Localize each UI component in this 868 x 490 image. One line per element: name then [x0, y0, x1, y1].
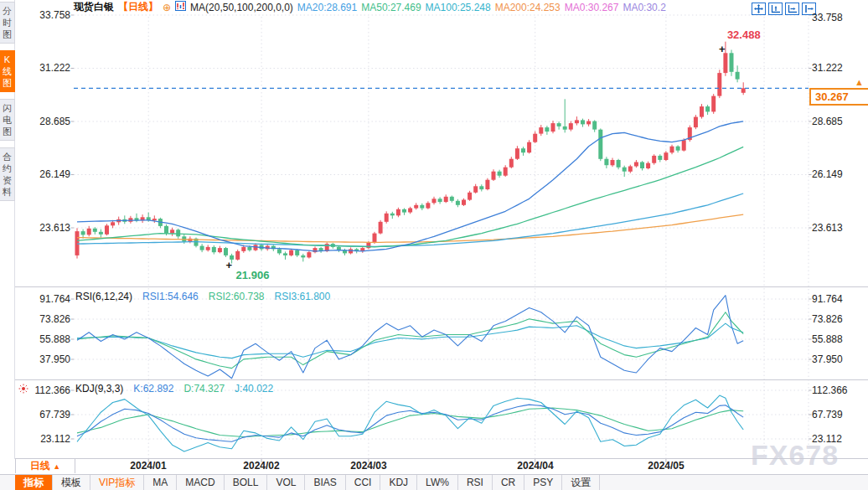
kdj-title: KDJ(9,3,3): [75, 383, 123, 395]
kdj-k-value: K:62.892: [133, 383, 173, 395]
symbol-name: 现货白银: [74, 0, 114, 14]
last-price-tag: 30.267: [809, 88, 868, 106]
ma0-value-1: MA0:30.267: [565, 2, 619, 13]
tab-cci[interactable]: CCI: [346, 475, 381, 490]
price-axis-label: 31.222: [0, 62, 70, 74]
tab-indicator[interactable]: 指标: [15, 475, 53, 490]
price-axis-label: 26.149: [0, 168, 70, 180]
time-axis-row: 日线 ▲ 2024/01 2024/02 2024/03 2024/04 202…: [0, 459, 868, 474]
tab-kdj[interactable]: KDJ: [380, 475, 417, 490]
scale-vertical-icon[interactable]: [768, 3, 783, 15]
tab-lw[interactable]: LW%: [417, 475, 458, 490]
tab-bias[interactable]: BIAS: [305, 475, 345, 490]
rsi-axis-label: 37.950: [812, 353, 865, 365]
price-axis-label: 28.685: [0, 116, 70, 127]
ma50-value: MA50:27.469: [361, 2, 421, 13]
move-chart-icon[interactable]: [752, 3, 766, 15]
high-price-annotation: 32.488: [727, 28, 761, 41]
kdj-header: KDJ(9,3,3) K:62.892 D:74.327 J:40.022: [75, 383, 273, 395]
period-selector[interactable]: 日线 ▲: [15, 459, 75, 473]
rsi2-value: RSI2:60.738: [209, 291, 265, 302]
add-indicator-icon[interactable]: ⊕: [163, 2, 171, 13]
rsi-axis-label: 91.764: [812, 293, 865, 305]
tab-rsi[interactable]: RSI: [458, 475, 493, 490]
time-axis-tick: 2024/05: [648, 460, 684, 472]
rsi-axis-label: 55.888: [0, 333, 70, 345]
rsi-axis-label: 37.950: [0, 353, 70, 365]
indicator-toolbar: 指标 模板 VIP指标 MA MACD BOLL VOL BIAS CCI KD…: [0, 474, 868, 490]
rsi-axis-label: 73.826: [0, 313, 70, 325]
kdj-axis-label: 67.739: [812, 409, 865, 420]
low-price-annotation: 21.906: [236, 269, 270, 281]
trading-app-window: FX678 分时图 K线图 闪电图 合约资料 现货白银【日线】 ⊕ MA(20,…: [0, 0, 868, 490]
kdj-axis-label: 67.739: [0, 409, 70, 420]
rsi-axis-label: 91.764: [0, 293, 70, 305]
tab-vol[interactable]: VOL: [267, 475, 305, 490]
kdj-axis-label: 23.112: [812, 433, 865, 445]
ma-formula: MA(20,50,100,200,0,0): [190, 2, 293, 13]
tab-cr[interactable]: CR: [493, 475, 524, 490]
kdj-j-value: J:40.022: [235, 383, 273, 395]
rsi-title: RSI(6,12,24): [75, 291, 132, 302]
time-axis-tick: 2024/02: [243, 460, 279, 472]
time-axis-tick: 2024/01: [130, 460, 166, 472]
time-axis-tick: 2024/03: [350, 460, 386, 472]
price-axis-label: 33.758: [0, 9, 70, 21]
kdj-d-value: D:74.327: [183, 383, 225, 395]
kdj-axis-label: 23.112: [0, 433, 70, 445]
rsi-header: RSI(6,12,24) RSI1:54.646 RSI2:60.738 RSI…: [75, 291, 330, 302]
ma20-value: MA20:28.691: [297, 2, 357, 13]
price-axis-label: 23.613: [0, 222, 70, 234]
sidebar-tab-timeshare[interactable]: 分时图: [0, 2, 15, 44]
chart-canvas[interactable]: [0, 0, 868, 490]
price-axis-label: 28.685: [812, 116, 865, 127]
tab-vip-indicator[interactable]: VIP指标: [90, 475, 144, 490]
tab-template[interactable]: 模板: [53, 475, 90, 490]
time-axis-tick: 2024/04: [517, 460, 553, 472]
price-axis-label: 33.758: [812, 12, 865, 23]
period-dropdown-icon: ▲: [53, 462, 60, 471]
chart-toolbuttons: [752, 3, 816, 15]
low-marker-icon: +: [226, 261, 233, 270]
ma100-value: MA100:25.248: [426, 2, 491, 13]
high-marker-icon: +: [719, 45, 726, 54]
price-axis-label: 31.222: [812, 62, 865, 74]
tab-settings[interactable]: 设置: [562, 475, 600, 490]
price-axis-label: 26.149: [812, 168, 865, 180]
ma200-value: MA200:24.253: [495, 2, 561, 13]
rsi-axis-label: 73.826: [812, 313, 865, 325]
tab-psy[interactable]: PSY: [524, 475, 562, 490]
scale-horizontal-icon[interactable]: [785, 3, 799, 15]
tab-ma[interactable]: MA: [144, 475, 177, 490]
price-up-arrow-icon: ▲: [855, 77, 864, 87]
ma0-value-2: MA0:30.2: [623, 2, 665, 13]
price-axis-label: 23.613: [812, 222, 865, 234]
chart-type-icon[interactable]: [175, 1, 186, 13]
kdj-axis-label: 112.366: [0, 384, 70, 396]
chart-header: 现货白银【日线】 ⊕ MA(20,50,100,200,0,0) MA20:28…: [74, 1, 666, 13]
tab-boll[interactable]: BOLL: [225, 475, 268, 490]
rsi1-value: RSI1:54.646: [142, 291, 199, 302]
period-tag: 【日线】: [118, 0, 158, 14]
tab-macd[interactable]: MACD: [177, 475, 224, 490]
rsi-axis-label: 55.888: [812, 333, 865, 345]
rsi3-value: RSI3:61.800: [274, 291, 330, 302]
kdj-axis-label: 112.366: [812, 384, 865, 396]
